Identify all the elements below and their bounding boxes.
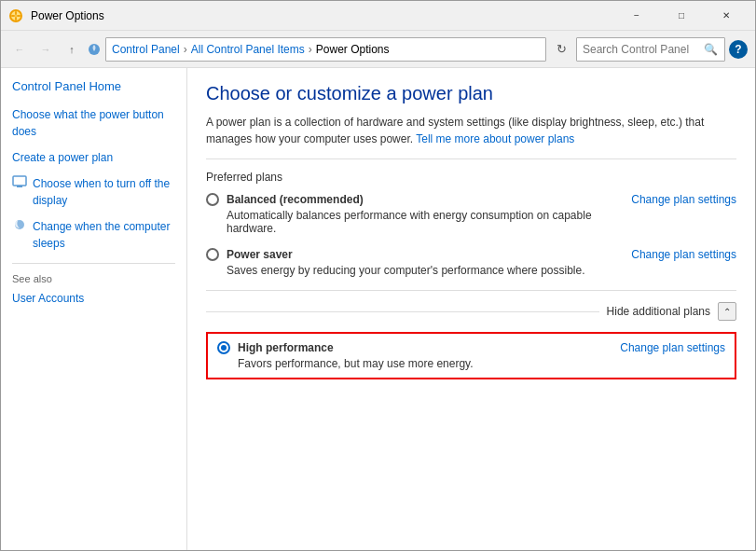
- maximize-button[interactable]: □: [660, 2, 703, 30]
- up-button[interactable]: ↑: [61, 38, 83, 61]
- radio-high-performance[interactable]: [217, 341, 230, 354]
- change-link-high-performance[interactable]: Change plan settings: [620, 341, 725, 354]
- sidebar-link-user-accounts[interactable]: User Accounts: [12, 288, 175, 309]
- breadcrumb-sep-1: ›: [184, 43, 187, 56]
- back-button[interactable]: ←: [8, 38, 31, 61]
- plan-row-high-performance: High performance Favors performance, but…: [206, 332, 736, 379]
- breadcrumb-current: Power Options: [316, 43, 390, 56]
- sidebar-link-power-button[interactable]: Choose what the power button does: [12, 104, 175, 142]
- minimize-button[interactable]: −: [615, 2, 658, 30]
- sidebar-section: Control Panel Home Choose what the power…: [1, 79, 186, 309]
- addressbar: ← → ↑ Control Panel › All Control Panel …: [1, 31, 755, 68]
- plan-info-high-performance: High performance Favors performance, but…: [217, 341, 605, 370]
- window-icon: [8, 8, 23, 23]
- svg-rect-3: [17, 186, 22, 187]
- sidebar-item-create-plan: Create a power plan: [12, 147, 175, 168]
- plan-info-balanced: Balanced (recommended) Automatically bal…: [206, 193, 616, 235]
- plan-name-row-power-saver: Power saver: [206, 248, 616, 261]
- sidebar-divider: [12, 263, 175, 264]
- titlebar-controls: − □ ✕: [615, 2, 748, 30]
- change-link-balanced[interactable]: Change plan settings: [631, 193, 736, 206]
- close-button[interactable]: ✕: [705, 2, 748, 30]
- plan-row-power-saver: Power saver Saves energy by reducing you…: [206, 248, 736, 277]
- preferred-plans-label: Preferred plans: [206, 171, 736, 184]
- content-description: A power plan is a collection of hardware…: [206, 114, 736, 147]
- plan-desc-balanced: Automatically balances performance with …: [227, 209, 616, 235]
- plan-desc-high-performance: Favors performance, but may use more ene…: [238, 357, 605, 370]
- window-title: Power Options: [31, 9, 104, 22]
- content-title: Choose or customize a power plan: [206, 83, 736, 104]
- radio-balanced[interactable]: [206, 193, 219, 206]
- collapse-button[interactable]: ⌃: [718, 302, 736, 321]
- plan-name-balanced: Balanced (recommended): [227, 193, 364, 206]
- see-also-label: See also: [12, 273, 175, 284]
- sidebar-link-create-plan[interactable]: Create a power plan: [12, 147, 113, 168]
- breadcrumb-control-panel[interactable]: Control Panel: [112, 43, 180, 56]
- display-icon: [12, 174, 27, 189]
- nav-icon: [87, 42, 102, 57]
- breadcrumb-sep-2: ›: [309, 43, 312, 56]
- change-link-power-saver[interactable]: Change plan settings: [631, 248, 736, 261]
- plan-info-power-saver: Power saver Saves energy by reducing you…: [206, 248, 616, 277]
- breadcrumb-all-items[interactable]: All Control Panel Items: [191, 43, 305, 56]
- plan-row-balanced: Balanced (recommended) Automatically bal…: [206, 193, 736, 235]
- sidebar: Control Panel Home Choose what the power…: [1, 68, 187, 550]
- plan-name-row-high-performance: High performance: [217, 341, 605, 354]
- more-info-link[interactable]: Tell me more about power plans: [416, 132, 574, 145]
- sidebar-item-display: Choose when to turn off the display: [12, 173, 175, 211]
- main-area: Control Panel Home Choose what the power…: [1, 68, 755, 550]
- hide-plans-line-left: [206, 311, 599, 312]
- forward-button[interactable]: →: [34, 38, 57, 61]
- content-area: Choose or customize a power plan A power…: [187, 68, 755, 550]
- radio-power-saver[interactable]: [206, 248, 219, 261]
- search-box: 🔍: [576, 37, 725, 62]
- plan-name-row-balanced: Balanced (recommended): [206, 193, 616, 206]
- titlebar: Power Options − □ ✕: [1, 1, 755, 31]
- titlebar-left: Power Options: [8, 8, 104, 23]
- refresh-button[interactable]: ↻: [550, 38, 572, 61]
- sidebar-item-power-button: Choose what the power button does: [12, 104, 175, 142]
- sidebar-link-display[interactable]: Choose when to turn off the display: [33, 173, 175, 211]
- sidebar-item-sleep: Change when the computer sleeps: [12, 216, 175, 254]
- divider-2: [206, 290, 736, 291]
- sleep-icon: [12, 217, 27, 232]
- search-input[interactable]: [583, 43, 704, 56]
- plan-desc-power-saver: Saves energy by reducing your computer's…: [227, 264, 616, 277]
- svg-rect-2: [13, 176, 26, 186]
- search-icon: 🔍: [704, 43, 718, 56]
- divider-1: [206, 158, 736, 159]
- plan-name-power-saver: Power saver: [227, 248, 293, 261]
- hide-plans-label: Hide additional plans: [607, 305, 710, 318]
- hide-plans-bar: Hide additional plans ⌃: [206, 302, 736, 321]
- sidebar-home-link[interactable]: Control Panel Home: [12, 79, 175, 93]
- sidebar-link-sleep[interactable]: Change when the computer sleeps: [33, 216, 175, 254]
- plan-name-high-performance: High performance: [238, 341, 334, 354]
- main-window: Power Options − □ ✕ ← → ↑ Control Panel …: [0, 0, 756, 551]
- help-button[interactable]: ?: [729, 40, 748, 59]
- breadcrumb-bar: Control Panel › All Control Panel Items …: [105, 37, 546, 62]
